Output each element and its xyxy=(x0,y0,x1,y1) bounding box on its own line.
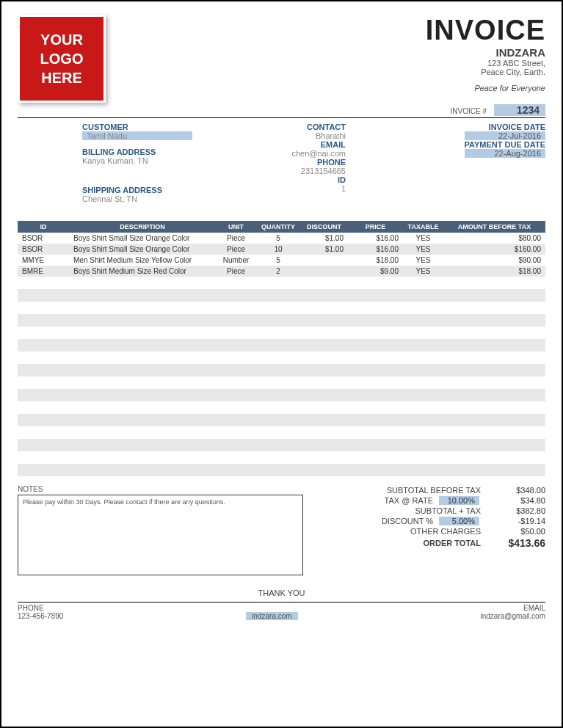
table-row: BSORBoys Shirt Small Size Orange ColorPi… xyxy=(18,244,545,255)
subtax-row: SUBTOTAL + TAX $382.80 xyxy=(318,506,545,516)
totals-block: SUBTOTAL BEFORE TAX $348.00 TAX @ RATE 1… xyxy=(318,485,545,575)
company-address-1: 123 ABC Street, xyxy=(426,59,545,68)
footer-email: EMAIL indzara@gmail.com xyxy=(480,604,545,620)
invoice-date: 22-Jul-2016 xyxy=(465,131,545,140)
table-row xyxy=(18,414,545,426)
footer-website: indzara.com xyxy=(246,612,297,620)
table-row xyxy=(18,451,545,464)
tax-value: $34.80 xyxy=(487,496,545,505)
line-items-table: ID DESCRIPTION UNIT QUANTITY DISCOUNT PR… xyxy=(18,221,545,476)
due-date: 22-Aug-2016 xyxy=(465,149,545,158)
table-row xyxy=(18,339,545,352)
table-header-row: ID DESCRIPTION UNIT QUANTITY DISCOUNT PR… xyxy=(18,221,545,233)
info-section: CUSTOMER Tamil Nadu BILLING ADDRESS Kany… xyxy=(18,123,545,203)
table-row xyxy=(18,376,545,389)
company-name: INDZARA xyxy=(426,46,545,59)
tax-row: TAX @ RATE 10.00% $34.80 xyxy=(318,495,545,506)
header: YOUR LOGO HERE INVOICE INDZARA 123 ABC S… xyxy=(18,15,545,103)
notes-text: Please pay within 30 Days. Please contac… xyxy=(18,495,303,575)
invoice-number-row: INVOICE # 1234 xyxy=(18,104,545,118)
col-quantity: QUANTITY xyxy=(256,221,300,233)
contact-phone: 2313154665 xyxy=(219,167,346,175)
table-row: BMREBoys Shirt Medium Size Red ColorPiec… xyxy=(18,266,545,277)
contact-email: chen@nai.com xyxy=(219,149,346,158)
footer-email-value: indzara@gmail.com xyxy=(480,612,545,620)
customer-label: CUSTOMER xyxy=(82,123,219,131)
col-taxable: TAXABLE xyxy=(403,221,443,233)
table-row xyxy=(18,464,545,476)
table-row xyxy=(18,314,545,327)
table-row xyxy=(18,364,545,376)
table-row xyxy=(18,401,545,414)
col-discount: DISCOUNT xyxy=(300,221,348,233)
table-row xyxy=(18,352,545,364)
notes-label: NOTES xyxy=(18,485,303,493)
email-label: EMAIL xyxy=(219,140,346,149)
discount-value: -$19.14 xyxy=(487,517,545,525)
table-row: MMYEMen Shirt Medium Size Yellow ColorNu… xyxy=(18,255,545,266)
discpct-label: DISCOUNT % xyxy=(318,517,439,525)
other-label: OTHER CHARGES xyxy=(318,527,487,536)
id-label: ID xyxy=(219,175,346,184)
discount-row: DISCOUNT % 5.00% -$19.14 xyxy=(318,516,545,526)
company-block: INVOICE INDZARA 123 ABC Street, Peace Ci… xyxy=(426,15,545,92)
table-row: BSORBoys Shirt Small Size Orange ColorPi… xyxy=(18,233,545,244)
col-id: ID xyxy=(18,221,69,233)
tagline: Peace for Everyone xyxy=(426,84,545,92)
notes-block: NOTES Please pay within 30 Days. Please … xyxy=(18,485,303,575)
col-price: PRICE xyxy=(348,221,403,233)
footer-email-label: EMAIL xyxy=(480,604,545,612)
col-description: DESCRIPTION xyxy=(69,221,216,233)
customer-block: CUSTOMER Tamil Nadu BILLING ADDRESS Kany… xyxy=(18,123,219,203)
logo-placeholder: YOUR LOGO HERE xyxy=(18,15,106,103)
footer-phone-value: 123-456-7890 xyxy=(18,612,63,620)
customer-name: Tamil Nadu xyxy=(82,131,192,140)
table-row xyxy=(18,277,545,289)
subtax-label: SUBTOTAL + TAX xyxy=(318,506,487,515)
invoice-page: YOUR LOGO HERE INVOICE INDZARA 123 ABC S… xyxy=(0,0,563,728)
due-date-label: PAYMENT DUE DATE xyxy=(359,140,545,149)
thank-you: THANK YOU xyxy=(18,589,545,597)
taxrate-value: 10.00% xyxy=(439,496,479,505)
bottom-section: NOTES Please pay within 30 Days. Please … xyxy=(18,485,545,575)
invoice-title: INVOICE xyxy=(426,15,545,46)
contact-name: Bharathi xyxy=(219,131,346,140)
subtax-value: $382.80 xyxy=(487,506,545,515)
footer-web: indzara.com xyxy=(63,604,480,620)
contact-block: CONTACT Bharathi EMAIL chen@nai.com PHON… xyxy=(219,123,359,203)
footer-phone-label: PHONE xyxy=(18,604,63,612)
taxrate-label: TAX @ RATE xyxy=(318,496,439,505)
footer-phone: PHONE 123-456-7890 xyxy=(18,604,63,620)
table-row xyxy=(18,289,545,302)
company-address-2: Peace City, Earth. xyxy=(426,68,545,76)
invoice-number-label: INVOICE # xyxy=(451,107,487,115)
billing-label: BILLING ADDRESS xyxy=(82,148,219,156)
table-row xyxy=(18,439,545,451)
shipping-address: Chennai St, TN xyxy=(82,194,219,203)
invoice-number: 1234 xyxy=(494,104,545,116)
table-row xyxy=(18,302,545,314)
subtotal-row: SUBTOTAL BEFORE TAX $348.00 xyxy=(318,485,545,495)
subtotal-label: SUBTOTAL BEFORE TAX xyxy=(318,486,487,495)
col-amount: AMOUNT BEFORE TAX xyxy=(443,221,545,233)
billing-address: Kanya Kumari, TN xyxy=(82,156,219,165)
contact-id: 1 xyxy=(219,184,346,193)
table-row xyxy=(18,426,545,439)
total-row: ORDER TOTAL $413.66 xyxy=(318,536,545,550)
total-value: $413.66 xyxy=(487,537,545,549)
total-label: ORDER TOTAL xyxy=(318,539,487,547)
subtotal-value: $348.00 xyxy=(487,486,545,495)
invoice-date-label: INVOICE DATE xyxy=(359,123,545,131)
dates-block: INVOICE DATE 22-Jul-2016 PAYMENT DUE DAT… xyxy=(359,123,545,203)
col-unit: UNIT xyxy=(216,221,256,233)
shipping-label: SHIPPING ADDRESS xyxy=(82,186,219,194)
table-row xyxy=(18,327,545,339)
table-row xyxy=(18,389,545,401)
contact-label: CONTACT xyxy=(219,123,346,131)
other-value: $50.00 xyxy=(487,527,545,536)
other-row: OTHER CHARGES $50.00 xyxy=(318,526,545,536)
phone-label: PHONE xyxy=(219,158,346,167)
footer: PHONE 123-456-7890 indzara.com EMAIL ind… xyxy=(18,602,545,620)
discpct-value: 5.00% xyxy=(439,517,479,525)
